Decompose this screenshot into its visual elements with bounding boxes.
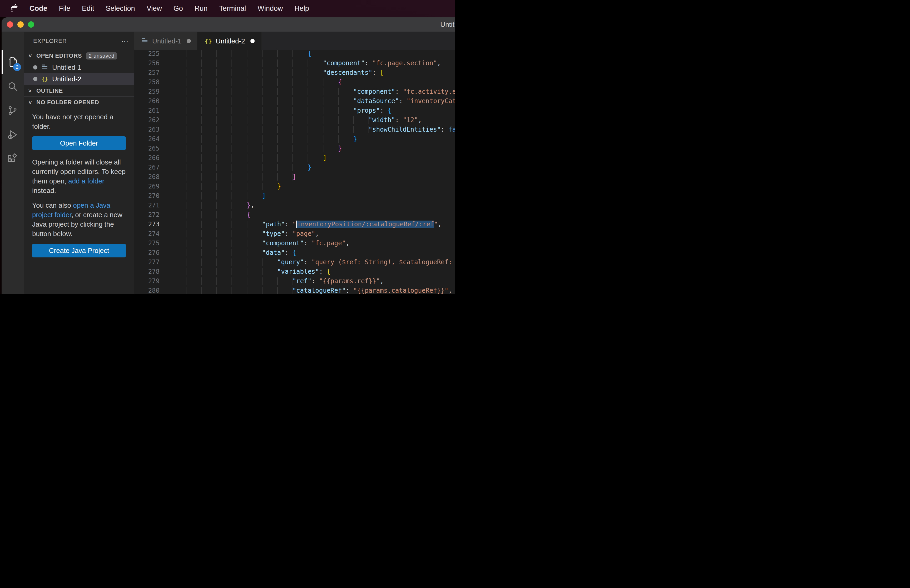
code-line-262[interactable]: "width": "12", [186,116,455,126]
code-token: : [346,287,353,294]
open-folder-button[interactable]: Open Folder [32,136,126,150]
vscode-window: Untitled-2 EXPLORER ⋯ [2,17,455,294]
indent-guides [186,69,323,76]
code-line-259[interactable]: "component": "fc.activity.entity", [186,88,455,97]
menu-item-selection[interactable]: Selection [100,3,141,14]
code-token: : [319,268,327,275]
menu-item-terminal[interactable]: Terminal [214,3,251,14]
code-line-260[interactable]: "dataSource": "inventoryCatalogue", [186,97,455,107]
indent-guides [186,135,353,143]
code-lines[interactable]: { "component": "fc.page.section", "desce… [160,50,455,294]
code-line-271[interactable]: }, [186,202,455,211]
code-line-274[interactable]: "type": "page", [186,230,455,239]
code-token: : [395,88,403,95]
create-java-project-button[interactable]: Create Java Project [32,244,126,257]
code-token: "12" [403,116,418,124]
code-token: , [438,221,441,228]
code-token: "page" [293,230,315,237]
code-token: : [380,107,388,114]
menu-item-window[interactable]: Window [252,3,288,14]
activity-extensions[interactable] [2,147,24,171]
code-token: : [285,221,293,228]
code-line-261[interactable]: "props": { [186,107,455,116]
sidebar-text: instead. [32,187,56,194]
line-number: 257 [134,69,160,78]
code-line-273[interactable]: "path": "inventoryPosition/:catalogueRef… [186,221,455,230]
code-token: "inventoryCatalogue" [407,97,455,105]
activity-source-control[interactable] [2,99,24,123]
indent-guides [186,230,262,237]
unsaved-badge: 2 unsaved [86,52,117,60]
menu-item-run[interactable]: Run [189,3,213,14]
tab-untitled-2[interactable]: {}Untitled-2 [198,32,261,50]
code-token: "{{params.catalogueRef}}" [353,287,448,294]
indent-guides [186,50,307,57]
activity-search[interactable] [2,74,24,99]
chevron-down-icon: > [27,98,33,107]
dirty-dot[interactable] [251,39,255,43]
dirty-dot[interactable] [187,39,191,43]
indent-guides [186,239,262,247]
code-token: , [437,60,441,67]
indent-guides [186,268,277,275]
indent-guides [186,154,323,162]
open-editors-header[interactable]: > OPEN EDITORS 2 unsaved [24,50,134,61]
explorer-more-actions-icon[interactable]: ⋯ [121,37,129,45]
code-line-264[interactable]: } [186,135,455,145]
code-line-263[interactable]: "showChildEntities": false [186,126,455,135]
indent-guides [186,88,353,95]
explorer-title: EXPLORER [33,38,67,44]
code-line-256[interactable]: "component": "fc.page.section", [186,60,455,69]
indent-guides [186,202,247,209]
open-editor-untitled-2[interactable]: {}Untitled-2 [24,73,134,85]
maximize-button[interactable] [28,21,34,27]
code-line-279[interactable]: "ref": "{{params.ref}}", [186,278,455,287]
code-line-269[interactable]: } [186,183,455,192]
tab-untitled-1[interactable]: Untitled-1 [134,32,198,50]
code-line-275[interactable]: "component": "fc.page", [186,239,455,249]
open-editor-untitled-1[interactable]: Untitled-1 [24,61,134,73]
code-token: , [315,230,319,237]
outline-header[interactable]: > OUTLINE [24,85,134,96]
code-line-278[interactable]: "variables": { [186,268,455,278]
code-line-257[interactable]: "descendants": [ [186,69,455,78]
menu-item-view[interactable]: View [141,3,167,14]
code-line-280[interactable]: "catalogueRef": "{{params.catalogueRef}}… [186,287,455,294]
menu-item-go[interactable]: Go [168,3,188,14]
code-line-268[interactable]: ] [186,173,455,183]
close-button[interactable] [7,21,13,27]
explorer-sidebar: > OPEN EDITORS 2 unsaved Untitled-1{}Unt… [24,50,134,294]
code-line-276[interactable]: "data": { [186,249,455,258]
code-line-277[interactable]: "query": "query ($ref: String!, $catalog… [186,258,455,268]
title-bar[interactable]: Untitled-2 [2,17,455,32]
screen: Code File Edit Selection View Go Run Ter… [0,0,455,294]
indent-guides [186,183,277,190]
modified-dot [33,77,37,81]
apple-icon[interactable] [7,4,21,13]
code-line-272[interactable]: { [186,211,455,221]
code-token: ] [293,173,296,181]
indent-guides [186,126,369,133]
minimize-button[interactable] [18,21,24,27]
sidebar-link[interactable]: add a folder [68,177,104,185]
menu-item-edit[interactable]: Edit [77,3,100,14]
indent-guides [186,164,307,171]
no-folder-header[interactable]: > NO FOLDER OPENED [24,96,134,108]
editor-pane[interactable]: 2552562572582592602612622632642652662672… [134,50,455,294]
menu-item-code[interactable]: Code [24,3,53,14]
tabs-container: Untitled-1{}Untitled-2 [134,32,262,50]
line-number: 276 [134,249,160,258]
code-line-266[interactable]: ] [186,154,455,164]
menu-item-help[interactable]: Help [289,3,314,14]
code-token: "descendants" [323,69,372,76]
code-line-255[interactable]: { [186,50,455,60]
activity-run-debug[interactable] [2,123,24,147]
activity-explorer[interactable]: 2 [2,50,24,74]
code-token: : [285,230,293,237]
code-line-258[interactable]: { [186,78,455,88]
line-number: 273 [134,221,160,230]
menu-item-file[interactable]: File [54,3,76,14]
code-line-265[interactable]: } [186,145,455,154]
code-line-267[interactable]: } [186,164,455,173]
code-line-270[interactable]: ] [186,192,455,202]
